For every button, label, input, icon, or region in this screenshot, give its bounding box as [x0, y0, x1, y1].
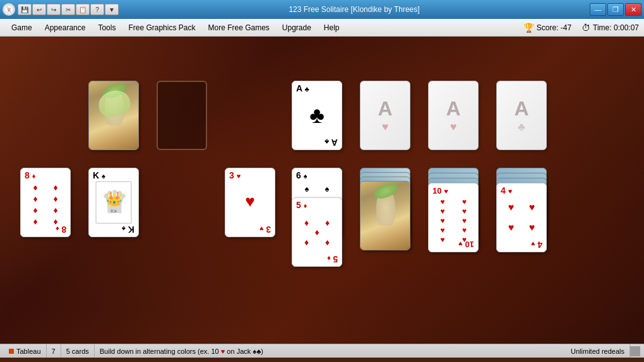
- stock-pile[interactable]: [88, 81, 139, 150]
- titlebar-controls: — ❐ ✕: [590, 3, 641, 16]
- menubar: Game Appearance Tools Free Graphics Pack…: [0, 19, 644, 37]
- quick-btn-4[interactable]: ✂: [61, 4, 75, 15]
- tableau-col6-top[interactable]: 10 ♥ ♥ ♥ ♥ ♥ ♥ ♥ ♥ ♥ ♥ ♥ 10 ♥: [428, 183, 479, 252]
- tableau-col7-top[interactable]: 4 ♥ ♥ ♥ ♥ ♥ 4 ♥: [496, 183, 547, 252]
- menu-game[interactable]: Game: [5, 21, 39, 35]
- restore-button[interactable]: ❐: [607, 3, 624, 16]
- time-value: Time: 0:00:07: [593, 23, 639, 32]
- titlebar-left: 🃏 💾 ↩ ↪ ✂ 📋 ? ▼: [3, 3, 119, 16]
- menu-upgrade[interactable]: Upgrade: [276, 21, 318, 35]
- tableau-col3-card1[interactable]: 3 ♥ ♥ 3 ♥: [225, 168, 275, 237]
- game-area[interactable]: A ♣ ♣ A ♣ A ♥ A ♥ A ♣ 8 ♦: [0, 37, 644, 344]
- menu-help[interactable]: Help: [318, 21, 346, 35]
- tableau-label: Tableau: [16, 347, 41, 355]
- status-icon: [9, 349, 14, 354]
- minimize-button[interactable]: —: [590, 3, 606, 16]
- score-value: Score: -47: [537, 23, 571, 32]
- quick-btn-5[interactable]: 📋: [76, 4, 90, 15]
- card-count: 7: [52, 347, 56, 355]
- menu-more-free-games[interactable]: More Free Games: [201, 21, 275, 35]
- tableau-col5-top[interactable]: [360, 181, 410, 250]
- waste-pile[interactable]: [157, 81, 207, 150]
- cards-label: 5 cards: [66, 347, 89, 355]
- foundation-1[interactable]: A ♣ ♣ A ♣: [292, 81, 342, 150]
- status-tableau: Tableau: [4, 344, 47, 358]
- menu-appearance[interactable]: Appearance: [39, 21, 92, 35]
- menu-free-graphics-pack[interactable]: Free Graphics Pack: [122, 21, 201, 35]
- foundation-3[interactable]: A ♥: [428, 81, 479, 150]
- status-cards: 5 cards: [61, 344, 95, 358]
- quick-btn-2[interactable]: ↩: [32, 4, 46, 15]
- titlebar: 🃏 💾 ↩ ↪ ✂ 📋 ? ▼ 123 Free Solitaire [Klon…: [0, 0, 644, 19]
- quick-btn-3[interactable]: ↪: [47, 4, 61, 15]
- time-icon: ⏱: [581, 23, 590, 33]
- quick-btn-7[interactable]: ▼: [105, 4, 119, 15]
- tableau-col2-card1[interactable]: K ♠ ♛ 👑 K♠ K ♠: [88, 168, 139, 237]
- app-icon: 🃏: [3, 3, 15, 16]
- score-time-area: 🏆 Score: -47 ⏱ Time: 0:00:07: [523, 23, 639, 33]
- tableau-col1-card1[interactable]: 8 ♦ ♦ ♦ ♦ ♦ ♦ ♦ ♦ ♦ 8 ♦: [20, 168, 71, 237]
- time-display: ⏱ Time: 0:00:07: [581, 23, 639, 33]
- statusbar: Tableau 7 5 cards Build down in alternat…: [0, 344, 644, 358]
- status-redeals: Unlimited redeals: [566, 344, 630, 358]
- score-display: 🏆 Score: -47: [523, 23, 571, 33]
- tableau-col4-card2[interactable]: 5 ♦ ♦ ♦ ♦ ♦ ♦ 5 ♦: [292, 197, 342, 267]
- hint-text: Build down in alternating colors (ex. 10…: [100, 347, 263, 355]
- quick-btn-6[interactable]: ?: [90, 4, 104, 15]
- titlebar-title: 123 Free Solitaire [Klondike by Threes]: [119, 5, 590, 14]
- quick-buttons: 💾 ↩ ↪ ✂ 📋 ? ▼: [18, 4, 119, 15]
- status-end-indicator: [630, 346, 640, 356]
- foundation-4[interactable]: A ♣: [496, 81, 547, 150]
- status-count: 7: [47, 344, 61, 358]
- close-button[interactable]: ✕: [625, 3, 641, 16]
- score-icon: 🏆: [523, 23, 534, 33]
- redeals-label: Unlimited redeals: [571, 347, 624, 355]
- foundation-2[interactable]: A ♥: [360, 81, 410, 150]
- menu-tools[interactable]: Tools: [92, 21, 122, 35]
- status-hint: Build down in alternating colors (ex. 10…: [95, 344, 566, 358]
- quick-btn-1[interactable]: 💾: [18, 4, 32, 15]
